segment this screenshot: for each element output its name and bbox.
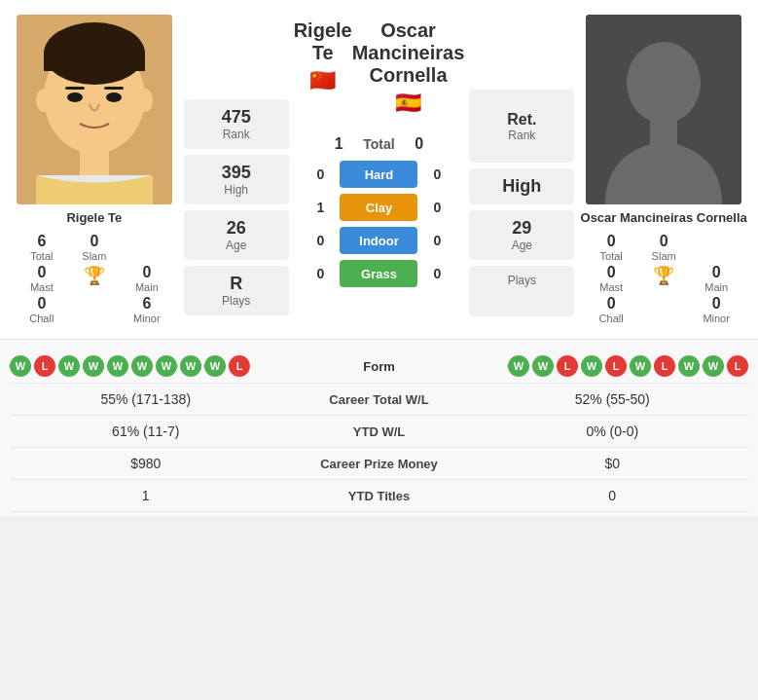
- p2-career-wl: 52% (55-50): [477, 391, 749, 407]
- form-badge-w: W: [107, 355, 128, 377]
- p2-rank-value: Ret.: [507, 111, 536, 129]
- svg-point-5: [106, 92, 122, 102]
- p1-plays-value: R: [188, 274, 285, 294]
- p1-high-box: 395 High: [184, 155, 289, 204]
- main-container: Rigele Te 6 Total 0 Slam 0 Mast 🏆 0: [0, 0, 758, 517]
- p1-main-cell: 0 Main: [122, 264, 172, 293]
- p1-surface-num-grass: 0: [312, 266, 328, 281]
- p1-minor-cell: 6 Minor: [122, 295, 172, 324]
- player1-area: Rigele Te 6 Total 0 Slam 0 Mast 🏆 0: [10, 15, 179, 324]
- surface-row-grass: 0 Grass 0: [294, 260, 465, 287]
- prize-label: Career Prize Money: [282, 457, 477, 471]
- ytd-wl-row: 61% (11-7) YTD W/L 0% (0-0): [10, 416, 748, 448]
- svg-rect-7: [104, 87, 124, 90]
- player2-stats-grid: 0 Total 0 Slam 0 Mast 🏆 0 Main: [586, 233, 741, 324]
- p2-age-box: 29 Age: [469, 210, 574, 260]
- p2-trophy-icon: 🏆: [638, 264, 689, 287]
- form-badge-w: W: [156, 355, 177, 377]
- ytd-titles-label: YTD Titles: [282, 489, 477, 503]
- p2-mast-value: 0: [586, 264, 636, 281]
- p1-chall-value: 0: [17, 295, 67, 313]
- form-badge-l: L: [229, 355, 250, 377]
- p1-total-match: 1: [329, 135, 348, 153]
- p1-ytd-wl: 61% (11-7): [10, 424, 282, 439]
- player2-flag: 🇪🇸: [395, 91, 421, 116]
- p2-rank-label: Rank: [508, 129, 535, 142]
- player2-photo: [586, 15, 741, 204]
- p2-rank-box: Ret. Rank: [469, 90, 574, 163]
- p2-total-label: Total: [586, 250, 636, 262]
- player1-flag: 🇨🇳: [309, 68, 336, 93]
- surface-badge-indoor: Indoor: [340, 227, 417, 254]
- total-row: 1 Total 0: [294, 135, 465, 153]
- p2-total-match: 0: [410, 135, 429, 153]
- p1-chall-label: Chall: [17, 313, 67, 324]
- svg-point-8: [36, 89, 52, 112]
- p1-total-cell: 6 Total: [17, 233, 67, 262]
- p1-main-value: 0: [122, 264, 172, 281]
- surface-badge-clay: Clay: [340, 194, 417, 221]
- svg-rect-6: [65, 87, 85, 90]
- p1-slam-value: 0: [69, 233, 120, 250]
- p2-minor-label: Minor: [691, 313, 741, 324]
- p2-prize: $0: [477, 456, 749, 471]
- p1-total-value: 6: [17, 233, 67, 250]
- p2-chall-cell: 0 Chall: [586, 295, 636, 324]
- p1-high-value: 395: [188, 163, 285, 183]
- p2-plays-label: Plays: [473, 274, 570, 287]
- svg-point-4: [67, 92, 83, 102]
- p2-form-badges: WWLWLWLWWL: [438, 355, 749, 377]
- form-badge-w: W: [630, 355, 651, 377]
- p2-surface-num-indoor: 0: [429, 233, 445, 248]
- p2-total-value: 0: [586, 233, 636, 250]
- surface-badge-grass: Grass: [340, 260, 417, 287]
- p1-rank-value: 475: [188, 107, 285, 128]
- p1-total-label: Total: [17, 250, 67, 262]
- p1-minor-value: 6: [122, 295, 172, 313]
- p2-plays-box: Plays: [469, 266, 574, 316]
- player1-title: Rigele Te: [294, 19, 352, 64]
- p2-slam-label: Slam: [638, 250, 689, 262]
- p1-high-label: High: [188, 183, 285, 197]
- surface-row-hard: 0 Hard 0: [294, 161, 465, 188]
- p1-chall-cell: 0 Chall: [17, 295, 67, 324]
- p1-rank-label: Rank: [188, 128, 285, 141]
- p2-slam-value: 0: [638, 233, 689, 250]
- p1-plays-box: R Plays: [184, 266, 289, 315]
- p2-chall-value: 0: [586, 295, 636, 313]
- p2-surface-num-clay: 0: [429, 200, 445, 215]
- player2-name: Oscar Mancineiras Cornella: [581, 210, 747, 225]
- ytd-wl-label: YTD W/L: [282, 424, 477, 439]
- p2-ytd-wl: 0% (0-0): [477, 424, 749, 439]
- form-badge-l: L: [557, 355, 578, 377]
- p2-main-label: Main: [691, 281, 741, 293]
- p1-plays-label: Plays: [188, 294, 285, 308]
- p2-minor-cell: 0 Minor: [691, 295, 741, 324]
- p1-mast-value: 0: [17, 264, 67, 281]
- p1-surface-num-clay: 1: [312, 200, 328, 215]
- form-badge-w: W: [83, 355, 104, 377]
- surface-badge-hard: Hard: [340, 161, 417, 188]
- player2-center-column: Ret. Rank High 29 Age Plays: [469, 15, 574, 324]
- form-label: Form: [321, 359, 438, 374]
- p2-mast-cell: 0 Mast: [586, 264, 636, 293]
- form-row: WLWWWWWWWL Form WWLWLWLWWL: [10, 350, 748, 384]
- p1-prize: $980: [10, 456, 282, 471]
- career-wl-row: 55% (171-138) Career Total W/L 52% (55-5…: [10, 384, 748, 416]
- form-badge-w: W: [180, 355, 201, 377]
- middle-section: Rigele Te 🇨🇳 Oscar Mancineiras Cornella …: [294, 15, 465, 324]
- p2-main-value: 0: [691, 264, 741, 281]
- p2-age-value: 29: [473, 218, 570, 239]
- p1-minor-label: Minor: [122, 313, 172, 324]
- p1-main-label: Main: [122, 281, 172, 293]
- p1-form-badges: WLWWWWWWWL: [10, 355, 321, 377]
- p1-age-value: 26: [188, 218, 285, 239]
- p1-age-label: Age: [188, 239, 285, 252]
- player1-center-column: 475 Rank 395 High 26 Age R Plays: [184, 15, 289, 324]
- form-badge-l: L: [727, 355, 748, 377]
- svg-rect-14: [650, 120, 677, 144]
- p1-surface-num-hard: 0: [312, 166, 328, 182]
- career-wl-label: Career Total W/L: [282, 392, 477, 407]
- p2-minor-value: 0: [691, 295, 741, 313]
- svg-point-13: [627, 42, 701, 124]
